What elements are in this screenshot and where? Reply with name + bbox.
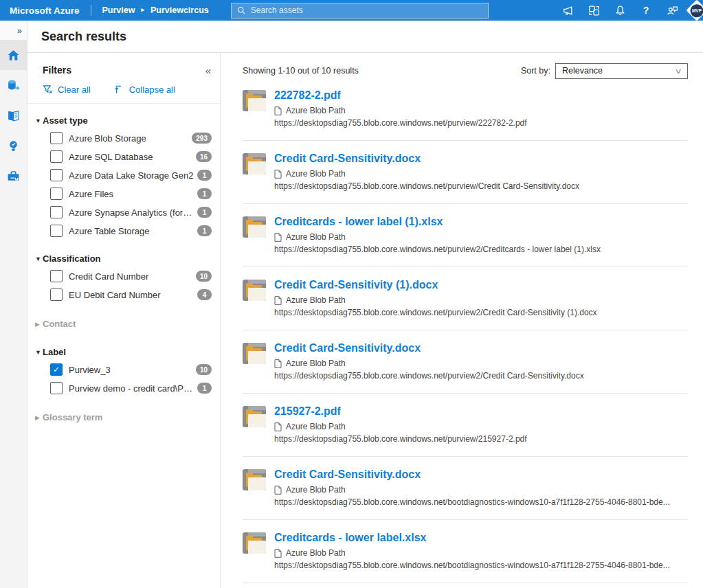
checkbox-azure-table-storage[interactable] — [50, 225, 63, 237]
book-icon — [6, 109, 21, 123]
azure-top-bar: Microsoft Azure Purview ▸ Purviewcircus — [0, 0, 703, 21]
checkbox-purview-demo[interactable] — [50, 382, 63, 394]
toolbox-icon — [6, 169, 21, 183]
document-icon — [274, 549, 282, 558]
left-nav: » — [0, 21, 27, 588]
sidebar-item-management[interactable] — [0, 161, 27, 191]
notifications-icon[interactable] — [607, 0, 633, 21]
sidebar-item-catalog[interactable] — [0, 100, 27, 131]
data-source-icon — [6, 78, 21, 93]
count-badge: 1 — [197, 188, 212, 199]
results-list: 222782-2.pdf Azure Blob Path https://des… — [243, 78, 688, 583]
filters-panel: Filters « Clear all — [27, 53, 221, 588]
result-item: Credit Card-Sensitivity.docx Azure Blob … — [243, 330, 688, 394]
result-title-link[interactable]: Credit Card-Sensitivity.docx — [274, 468, 670, 482]
result-title-link[interactable]: 215927-2.pdf — [274, 405, 527, 418]
blob-container-icon — [243, 532, 266, 554]
mvp-badge: MVP — [686, 0, 703, 21]
feedback-icon[interactable] — [659, 0, 685, 21]
chevron-down-icon: ∨ — [674, 67, 682, 76]
section-header[interactable]: ▼ Classification — [35, 253, 212, 264]
section-header[interactable]: ▼ Label — [35, 347, 212, 357]
lightbulb-icon — [6, 139, 21, 153]
checkbox-azure-files[interactable] — [50, 188, 63, 200]
checkbox-azure-synapse[interactable] — [50, 206, 63, 218]
document-icon — [274, 233, 282, 242]
blob-container-icon — [243, 343, 266, 364]
filter-option: Azure Data Lake Storage Gen2 1 — [43, 169, 212, 181]
account-avatar[interactable]: MVP — [685, 0, 703, 21]
help-icon[interactable]: ? — [633, 0, 659, 21]
result-item: Creditcards - lower label (1).xlsx Azure… — [243, 204, 688, 267]
filter-option: Purview demo - credit card\Purview... 1 — [43, 382, 212, 394]
filter-option: Azure SQL Database 16 — [43, 150, 212, 163]
breadcrumb-instance[interactable]: Purviewcircus — [150, 5, 209, 15]
asset-path: https://desktopsdiag755.blob.core.window… — [274, 245, 601, 254]
asset-type-label: Azure Blob Path — [286, 422, 346, 431]
azure-brand[interactable]: Microsoft Azure — [0, 5, 91, 16]
filter-option: Azure Table Storage 1 — [43, 225, 212, 237]
asset-path: https://desktopsdiag755.blob.core.window… — [274, 561, 670, 570]
asset-path: https://desktopsdiag755.blob.core.window… — [274, 118, 527, 128]
filter-section-classification: ▼ Classification Credit Card Number 10 E… — [27, 253, 220, 301]
document-icon — [274, 170, 282, 179]
result-item: 215927-2.pdf Azure Blob Path https://des… — [243, 394, 688, 457]
search-icon — [237, 6, 246, 15]
asset-type-label: Azure Blob Path — [286, 359, 346, 368]
result-title-link[interactable]: Creditcards - lower label (1).xlsx — [274, 215, 601, 229]
breadcrumb-app[interactable]: Purview — [102, 5, 135, 15]
asset-path: https://desktopsdiag755.blob.core.window… — [274, 308, 597, 317]
switch-directory-icon[interactable] — [581, 0, 607, 21]
count-badge: 10 — [196, 364, 212, 375]
checkbox-purview-3[interactable]: ✓ — [50, 363, 63, 376]
filter-option: Azure Synapse Analytics (formerly S... 1 — [43, 206, 212, 218]
blob-container-icon — [243, 469, 266, 490]
results-summary: Showing 1-10 out of 10 results — [243, 66, 359, 76]
sidebar-item-insights[interactable] — [0, 131, 27, 161]
checkbox-azure-data-lake[interactable] — [50, 169, 63, 181]
result-title-link[interactable]: Credit Card-Sensitivity.docx — [274, 341, 584, 355]
result-item: Credit Card-Sensitivity.docx Azure Blob … — [243, 141, 688, 204]
count-badge: 16 — [196, 151, 212, 162]
count-badge: 10 — [196, 271, 212, 282]
page-title: Search results — [41, 30, 126, 44]
clear-filter-icon — [43, 84, 53, 95]
filter-option: ✓ Purview_3 10 — [43, 363, 212, 376]
blob-container-icon — [243, 406, 266, 427]
count-badge: 1 — [197, 170, 212, 181]
document-icon — [274, 296, 282, 305]
checkbox-credit-card-number[interactable] — [50, 270, 63, 282]
count-badge: 1 — [197, 207, 212, 218]
count-badge: 4 — [197, 289, 212, 300]
expand-nav-icon[interactable]: » — [0, 21, 27, 40]
sidebar-item-sources[interactable] — [0, 70, 27, 100]
result-title-link[interactable]: Credit Card-Sensitivity.docx — [274, 152, 579, 166]
result-title-link[interactable]: Credit Card-Sensitivity (1).docx — [274, 278, 597, 292]
sort-dropdown[interactable]: Relevance ∨ — [555, 63, 688, 79]
section-header[interactable]: ▶ Glossary term — [35, 412, 212, 422]
asset-path: https://desktopsdiag755.blob.core.window… — [274, 371, 584, 381]
result-title-link[interactable]: Creditcards - lower label.xlsx — [274, 531, 670, 545]
sidebar-item-home[interactable] — [0, 40, 27, 70]
asset-path: https://desktopsdiag755.blob.core.window… — [274, 434, 527, 444]
checkbox-azure-sql-database[interactable] — [50, 150, 63, 163]
document-icon — [274, 106, 282, 115]
announcements-icon[interactable] — [555, 0, 581, 21]
result-title-link[interactable]: 222782-2.pdf — [274, 89, 527, 102]
section-header[interactable]: ▶ Contact — [35, 319, 212, 329]
clear-all-button[interactable]: Clear all — [43, 84, 91, 95]
section-header[interactable]: ▼ Asset type — [35, 115, 212, 126]
checkbox-eu-debit-card-number[interactable] — [50, 289, 63, 301]
collapse-all-button[interactable]: Collapse all — [114, 84, 175, 95]
blob-container-icon — [243, 153, 266, 174]
page-header: Search results — [27, 21, 703, 53]
global-search-box[interactable] — [231, 3, 489, 19]
global-search-input[interactable] — [251, 5, 482, 15]
checkbox-azure-blob-storage[interactable] — [50, 132, 63, 144]
blob-container-icon — [243, 280, 266, 301]
filter-option: Azure Blob Storage 293 — [43, 132, 212, 144]
chevron-right-icon: ▶ — [35, 321, 43, 328]
home-icon — [6, 48, 21, 63]
document-icon — [274, 359, 282, 368]
collapse-panel-icon[interactable]: « — [205, 65, 210, 76]
